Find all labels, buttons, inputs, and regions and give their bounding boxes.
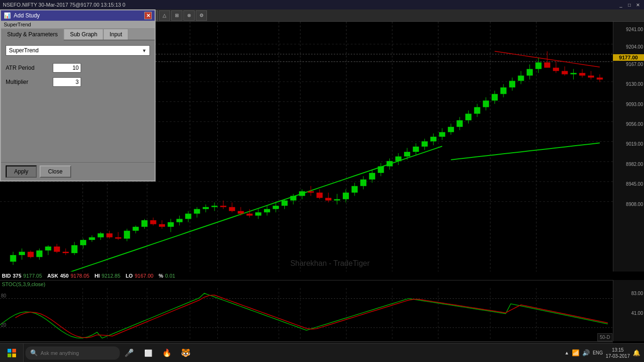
title-bar-controls[interactable]: _ □ ✕ [618,1,641,8]
current-price-label: 9177.00 [613,54,644,61]
stoc-level-41: 41.00 [631,311,643,316]
bid-value: 9177.05 [23,273,42,279]
dialog-empty-space [6,91,150,157]
dialog-content: SuperTrend ▼ ATR Period Multiplier [1,41,155,162]
stoc-chart[interactable] [0,288,613,341]
apply-button[interactable]: Apply [6,165,37,178]
dialog-icon: 📊 [4,12,11,19]
stoc-title: STOC(S,3,9,close) [0,280,613,288]
taskbar-app1-icon[interactable]: 🔥 [158,345,175,362]
toolbar-add-btn[interactable]: ⊞ [171,10,182,21]
taskbar-lang: ENG [593,350,603,355]
clock-date: 17-03-2017 [606,353,630,359]
ask-qty: 450 [60,273,68,279]
atr-period-row: ATR Period [6,63,150,73]
price-label-9167: 9167.00 [626,62,643,67]
zoom-label: 50-D [597,333,612,341]
hi-label: HI [95,273,100,279]
dialog-title-label: Add Study [14,12,40,19]
bid-label: BID [2,273,11,279]
stoc-panel: STOC(S,3,9,close) [0,280,613,341]
close-btn[interactable]: ✕ [635,1,641,8]
hi-value: 9212.85 [102,273,121,279]
minimize-btn[interactable]: _ [618,1,624,8]
taskbar-arrow-icon[interactable]: ▲ [564,350,569,355]
start-button[interactable] [0,344,24,362]
search-input[interactable] [41,350,111,356]
price-label-9204: 9204.00 [626,44,643,49]
price-label-8908: 8908.00 [626,202,643,207]
maximize-btn[interactable]: □ [626,1,633,8]
taskbar-cortana-icon[interactable]: 🎤 [121,345,138,362]
ask-label: ASK [47,273,58,279]
price-label-9093: 9093.00 [626,102,643,107]
multiplier-label: Multiplier [6,79,53,85]
dialog-title-area: 📊 Add Study [4,12,40,19]
taskbar-right: ▲ 📶 🔊 ENG 13:15 17-03-2017 🔔 [564,347,644,359]
price-axis: 9241.00 9204.00 9177.00 9167.00 9130.00 … [613,22,644,272]
taskbar-volume-icon: 🔊 [582,349,590,356]
ask-value: 9178.05 [71,273,90,279]
atr-period-label: ATR Period [6,65,53,71]
atr-period-input[interactable] [53,63,81,73]
price-label-9241: 9241.00 [626,27,643,32]
tab-input[interactable]: Input [103,29,128,40]
tab-sub-graph[interactable]: Sub Graph [64,29,103,40]
close-button[interactable]: Close [40,165,71,178]
clock: 13:15 17-03-2017 [606,347,630,359]
taskbar-taskview-icon[interactable]: ⬜ [140,345,157,362]
supertrend-label: SuperTrend [1,21,155,29]
svg-rect-0 [8,349,11,353]
dialog-buttons: Apply Close [1,162,155,181]
toolbar-remove-btn[interactable]: ⊗ [183,10,195,21]
dialog-tabs: Study & Parameters Sub Graph Input [1,29,155,41]
price-label-9056: 9056.00 [626,122,643,127]
pct-label: % [159,273,164,279]
stoc-axis: 83.00 41.00 [613,280,644,341]
study-dropdown[interactable]: SuperTrend ▼ [6,45,150,56]
price-label-9019: 9019.00 [626,141,643,147]
bid-qty: 375 [13,273,21,279]
price-label-9130: 9130.00 [626,82,643,87]
clock-time: 13:15 [606,347,630,353]
toolbar-triangle-btn[interactable]: △ [159,10,170,21]
price-label-8982: 8982.00 [626,162,643,167]
status-bar: BID 375 9177.05 ASK 450 9178.05 HI 9212.… [0,272,613,280]
title-text: NSEFO.NIFTY 30-Mar-2017 75@9177.00 13:15… [3,2,125,8]
taskbar: 🔍 🎤 ⬜ 🔥 🐯 ▲ 📶 🔊 ENG 13:15 17-03-2017 🔔 [0,343,644,362]
dropdown-arrow-icon: ▼ [142,48,147,53]
lo-label: LO [125,273,132,279]
svg-rect-1 [12,349,16,353]
toolbar-config-btn[interactable]: ⚙ [196,10,207,21]
pct-value: 0.01 [165,273,175,279]
taskbar-app2-icon[interactable]: 🐯 [177,345,194,362]
add-study-dialog: 📊 Add Study ✕ SuperTrend Study & Paramet… [0,9,156,181]
title-bar: NSEFO.NIFTY 30-Mar-2017 75@9177.00 13:15… [0,0,644,9]
svg-rect-2 [8,354,11,357]
multiplier-row: Multiplier [6,77,150,87]
lo-value: 9167.00 [135,273,154,279]
taskbar-network-icon: 📶 [572,349,579,356]
search-icon: 🔍 [30,349,38,356]
dialog-close-button[interactable]: ✕ [144,12,152,19]
study-dropdown-value: SuperTrend [9,47,39,54]
svg-rect-3 [12,354,16,357]
multiplier-input[interactable] [53,77,81,87]
price-label-8945: 8945.00 [626,181,643,187]
tab-study-params[interactable]: Study & Parameters [1,29,64,41]
stoc-level-83: 83.00 [631,291,643,296]
dialog-titlebar: 📊 Add Study ✕ [1,10,155,21]
search-bar[interactable]: 🔍 [25,346,120,360]
taskbar-notification-icon[interactable]: 🔔 [633,349,640,356]
